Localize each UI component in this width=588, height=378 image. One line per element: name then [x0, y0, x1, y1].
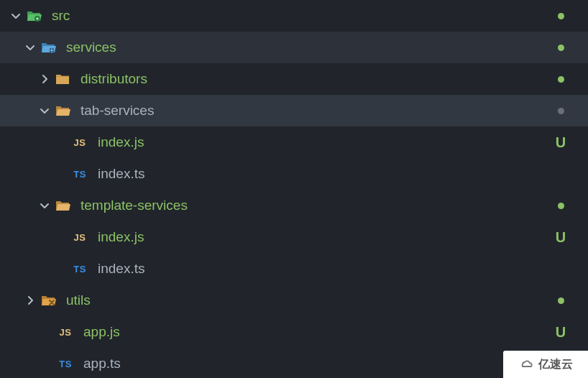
tree-row-template-services[interactable]: template-services: [0, 190, 588, 221]
watermark-text: 亿速云: [538, 357, 573, 372]
js-file-icon: JS: [56, 323, 75, 341]
tree-row-file[interactable]: TS index.ts: [0, 158, 588, 190]
watermark-badge: 亿速云: [503, 351, 588, 378]
vcs-status-untracked: U: [553, 324, 568, 341]
vcs-status-indicator: [553, 8, 568, 24]
folder-label: utils: [66, 292, 91, 308]
tree-row-file[interactable]: JS app.js U: [0, 316, 588, 348]
js-file-icon: JS: [70, 134, 89, 151]
vcs-status-indicator: [553, 198, 568, 213]
ts-file-icon: TS: [70, 260, 89, 277]
vcs-status-indicator: [553, 103, 568, 119]
file-label: index.ts: [98, 261, 144, 277]
tree-row-utils[interactable]: utils: [0, 285, 588, 316]
file-label: index.js: [98, 134, 144, 150]
vcs-status-untracked: U: [553, 134, 568, 151]
folder-open-icon: [53, 102, 72, 119]
tree-row-file[interactable]: TS index.ts: [0, 253, 588, 285]
file-label: index.js: [98, 229, 144, 245]
vcs-status-untracked: U: [553, 229, 568, 246]
folder-label: src: [52, 8, 70, 24]
tree-row-file[interactable]: JS index.js U: [0, 221, 588, 253]
ts-file-icon: TS: [56, 355, 75, 372]
tree-row-file[interactable]: TS app.ts: [0, 348, 588, 378]
chevron-down-icon[interactable]: [22, 39, 39, 56]
chevron-right-icon[interactable]: [22, 292, 39, 309]
chevron-right-icon[interactable]: [36, 70, 53, 88]
js-file-icon: JS: [70, 229, 89, 246]
tree-row-tab-services[interactable]: tab-services: [0, 95, 588, 126]
folder-src-icon: [24, 7, 43, 24]
file-tree: src services distributors tab-services J…: [0, 0, 588, 378]
file-label: app.js: [83, 324, 120, 340]
tree-row-distributors[interactable]: distributors: [0, 63, 588, 95]
folder-icon: [53, 70, 72, 88]
folder-label: distributors: [81, 71, 147, 87]
folder-utils-icon: [39, 292, 58, 309]
tree-row-services[interactable]: services: [0, 32, 588, 63]
tree-row-src[interactable]: src: [0, 0, 588, 32]
vcs-status-indicator: [553, 40, 568, 55]
file-label: index.ts: [98, 166, 144, 182]
folder-services-icon: [39, 39, 58, 56]
ts-file-icon: TS: [70, 165, 89, 183]
folder-open-icon: [53, 197, 72, 214]
folder-label: template-services: [81, 198, 188, 213]
chevron-down-icon[interactable]: [7, 7, 24, 24]
vcs-status-indicator: [553, 292, 568, 308]
cloud-icon: [518, 357, 534, 372]
folder-label: services: [66, 40, 116, 55]
vcs-status-indicator: [553, 71, 568, 87]
chevron-down-icon[interactable]: [36, 102, 53, 119]
chevron-down-icon[interactable]: [36, 197, 53, 214]
tree-row-file[interactable]: JS index.js U: [0, 126, 588, 158]
folder-label: tab-services: [81, 103, 154, 119]
file-label: app.ts: [83, 356, 121, 372]
